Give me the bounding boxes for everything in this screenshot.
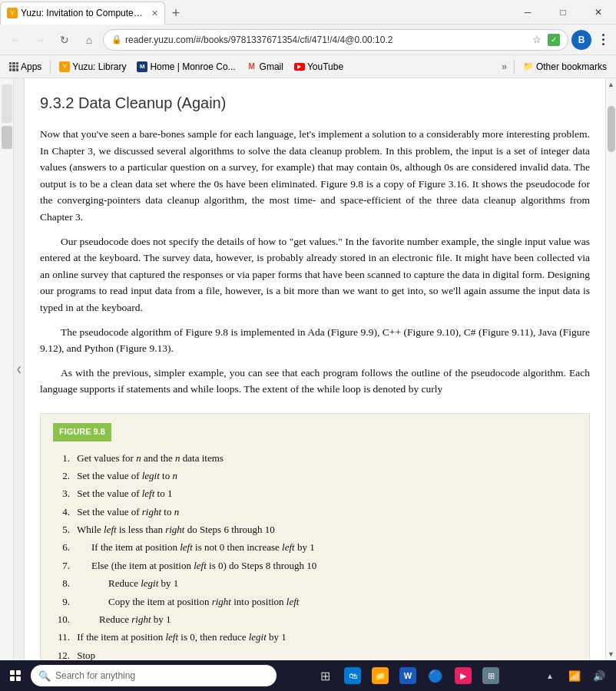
list-item: 10.Reduce right by 1 (53, 610, 577, 628)
paragraph-4: As with the previous, simpler example, y… (40, 365, 590, 398)
home-button[interactable]: ⌂ (78, 29, 100, 51)
bookmark-other[interactable]: 📁 Other bookmarks (518, 60, 611, 74)
figure-list: 1. Get values for n and the n data items… (53, 449, 577, 661)
forward-button[interactable]: → (29, 29, 51, 51)
taskview-button[interactable]: ⊞ (311, 660, 339, 691)
back-button[interactable]: ← (5, 29, 26, 51)
yuzu-library-label: Yuzu: Library (72, 61, 126, 72)
scroll-thumb[interactable] (608, 106, 615, 152)
search-icon: 🔍 (38, 670, 51, 682)
address-bar: ← → ↻ ⌂ 🔒 reader.yuzu.com/#/books/978133… (0, 25, 616, 55)
bookmarks-chevron[interactable]: » (498, 60, 510, 74)
word-icon: W (399, 667, 416, 684)
menu-dot-3 (602, 43, 604, 45)
title-bar-controls: ─ □ ✕ (510, 0, 616, 25)
taskbar-app-word[interactable]: W (394, 660, 422, 691)
start-square-2 (16, 670, 21, 675)
tab-close-button[interactable]: ✕ (151, 8, 158, 18)
bookmark-home-monroe[interactable]: M Home | Monroe Co... (132, 60, 240, 74)
right-scrollbar: ▲ ▼ (605, 78, 616, 660)
network-icon[interactable]: 📶 (564, 665, 585, 686)
main-area: ❮ 9.3.2 Data Cleanup (Again) Now that yo… (0, 78, 616, 660)
folder-icon: 📁 (523, 61, 534, 71)
url-actions: ☆ ✓ (529, 32, 560, 48)
paragraph-1: Now that you've seen a bare-bones sample… (40, 126, 590, 226)
figure-label: FIGURE 9.8 (53, 423, 111, 441)
sidebar-tab-1[interactable] (2, 84, 12, 123)
list-item: 3. Set the value of left to 1 (53, 484, 577, 502)
taskbar-app-video[interactable]: ▶ (449, 660, 477, 691)
system-tray-icon[interactable]: ▲ (539, 665, 561, 686)
taskbar-right: ▲ 📶 🔊 (539, 665, 616, 686)
reload-button[interactable]: ↻ (54, 29, 75, 51)
start-square-3 (10, 676, 15, 681)
minimize-button[interactable]: ─ (510, 0, 545, 25)
sidebar-tab-2[interactable] (2, 126, 12, 149)
browser-tab[interactable]: Y Yuzu: Invitation to Computer Sci... ✕ (0, 2, 165, 25)
yuzu-library-icon: Y (59, 61, 70, 72)
home-monroe-label: Home | Monroe Co... (150, 61, 235, 72)
list-item: 5. While left is less than right do Step… (53, 521, 577, 538)
scroll-up-button[interactable]: ▲ (606, 78, 617, 91)
start-button[interactable] (0, 660, 31, 691)
taskbar-app-1[interactable]: 🛍 (339, 660, 366, 691)
extensions-icon[interactable]: ✓ (548, 34, 560, 46)
youtube-icon (294, 63, 305, 71)
bookmark-star-icon[interactable]: ☆ (529, 32, 545, 48)
store-icon: 🛍 (344, 667, 361, 684)
bookmark-youtube[interactable]: YouTube (290, 60, 348, 74)
volume-icon[interactable]: 🔊 (588, 665, 610, 686)
monroe-icon: M (137, 61, 147, 72)
lock-icon: 🔒 (111, 35, 122, 45)
start-square-1 (10, 670, 15, 675)
taskbar-app-2[interactable]: 📁 (366, 660, 394, 691)
taskview-icon: ⊞ (316, 667, 333, 684)
bookmark-separator-2 (514, 60, 515, 74)
taskbar-search[interactable]: 🔍 Search for anything (31, 665, 277, 686)
close-button[interactable]: ✕ (581, 0, 616, 25)
windows-start-icon (10, 670, 21, 681)
youtube-label: YouTube (307, 61, 343, 72)
title-bar-left: Y Yuzu: Invitation to Computer Sci... ✕ … (0, 0, 510, 25)
chrome-icon: 🔵 (427, 667, 444, 684)
start-square-4 (16, 676, 21, 681)
bookmarks-bar: Apps Y Yuzu: Library M Home | Monroe Co.… (0, 55, 616, 78)
new-tab-button[interactable]: + (165, 3, 187, 25)
scroll-down-button[interactable]: ▼ (606, 648, 617, 660)
paragraph-2: Our pseudocode does not specify the deta… (40, 233, 590, 316)
bookmark-yuzu-library[interactable]: Y Yuzu: Library (55, 60, 131, 74)
tab-area: Y Yuzu: Invitation to Computer Sci... ✕ … (0, 0, 187, 25)
bookmark-gmail[interactable]: M Gmail (242, 60, 288, 74)
url-text: reader.yuzu.com/#/books/9781337671354/cf… (125, 35, 526, 45)
profile-button[interactable]: B (571, 30, 591, 50)
bookmark-apps[interactable]: Apps (5, 60, 46, 74)
list-item: 11. If the item at position left is 0, t… (53, 628, 577, 646)
tab-title: Yuzu: Invitation to Computer Sci... (21, 8, 144, 18)
menu-dot-1 (602, 34, 604, 36)
browser-menu-button[interactable] (594, 31, 611, 48)
maximize-button[interactable]: □ (545, 0, 581, 25)
tab-favicon: Y (7, 8, 18, 18)
list-item: 4. Set the value of right to n (53, 503, 577, 521)
section-title: 9.3.2 Data Cleanup (Again) (40, 91, 590, 115)
taskbar: 🔍 Search for anything ⊞ 🛍 📁 W 🔵 ▶ ⊞ ▲ 📶 … (0, 660, 616, 691)
book-content: 9.3.2 Data Cleanup (Again) Now that you'… (25, 78, 605, 660)
list-item: 12. Stop (53, 646, 577, 660)
gmail-label: Gmail (260, 61, 283, 72)
list-item: 9.Copy the item at position right into p… (53, 593, 577, 610)
bookmark-separator-1 (50, 60, 51, 74)
list-item: 2. Set the value of legit to n (53, 467, 577, 484)
taskbar-app-calc[interactable]: ⊞ (477, 660, 505, 691)
taskbar-center: ⊞ 🛍 📁 W 🔵 ▶ ⊞ (277, 660, 539, 691)
apps-grid-icon (9, 62, 18, 71)
left-sidebar (0, 78, 14, 660)
other-bookmarks-label: Other bookmarks (536, 61, 607, 72)
paragraph-3: The pseudocode algorithm of Figure 9.8 i… (40, 324, 590, 357)
list-item: 8.Reduce legit by 1 (53, 574, 577, 592)
menu-dot-2 (602, 38, 604, 41)
taskbar-app-chrome[interactable]: 🔵 (422, 660, 449, 691)
calc-icon: ⊞ (482, 667, 499, 684)
gmail-icon: M (247, 63, 257, 71)
collapse-handle[interactable]: ❮ (14, 78, 25, 660)
url-bar[interactable]: 🔒 reader.yuzu.com/#/books/9781337671354/… (103, 29, 568, 51)
